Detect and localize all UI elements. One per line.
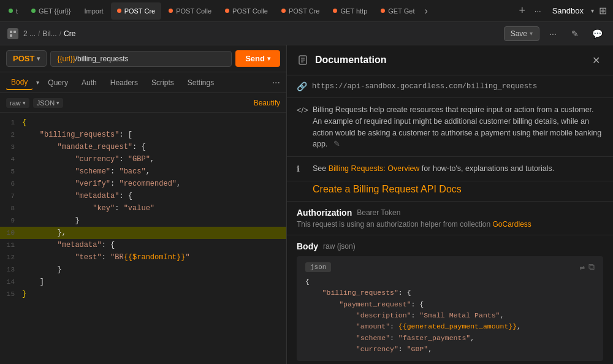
- doc-auth-desc: This request is using an authorization h…: [297, 220, 603, 229]
- tab-label: POST Colle: [176, 7, 211, 15]
- code-line-8: 8 "key": "value": [0, 202, 286, 214]
- tab-body[interactable]: Body: [6, 75, 32, 90]
- doc-content: 🔗 https://api-sandbox.gocardless.com/bil…: [287, 75, 613, 364]
- doc-see-section: ℹ See Billing Requests: Overview for how…: [287, 157, 613, 181]
- breadcrumb-bar: 2 ... / Bil... / Cre Save ▾ ··· ✎ 💬: [0, 22, 613, 45]
- tab-dot: [169, 9, 173, 13]
- breadcrumb-workspace[interactable]: 2 ...: [23, 29, 36, 38]
- tab-dot: [225, 9, 229, 13]
- tab-post-colle-2[interactable]: POST Colle: [219, 2, 274, 20]
- right-panel: Documentation ✕ 🔗 https://api-sandbox.go…: [287, 45, 613, 364]
- send-button[interactable]: Send ▾: [235, 50, 280, 67]
- svg-rect-1: [13, 31, 16, 33]
- wrap-icon[interactable]: ⇌: [580, 262, 585, 273]
- doc-icon: [297, 54, 309, 66]
- tab-bar: t GET {{url}} Import POST Cre POST Colle…: [0, 0, 613, 22]
- edit-icon[interactable]: ✎: [566, 25, 584, 42]
- code-line-2: 2 "billing_requests": [: [0, 129, 286, 141]
- doc-see-body: See Billing Requests: Overview for how-t…: [313, 163, 554, 175]
- svg-rect-0: [10, 31, 12, 33]
- body-more-button[interactable]: ···: [272, 77, 280, 88]
- breadcrumb-current: Cre: [64, 29, 75, 38]
- svg-rect-3: [13, 34, 16, 37]
- tab-t[interactable]: t: [2, 2, 24, 20]
- tab-label: POST Cre: [124, 7, 156, 15]
- code-line-14: 14 ]: [0, 276, 286, 288]
- doc-description: </> Billing Requests help create resourc…: [287, 98, 613, 157]
- code-line-13: 13 }: [0, 264, 286, 276]
- beautify-button[interactable]: Beautify: [254, 99, 280, 107]
- tab-label: Import: [84, 7, 103, 15]
- tab-label: POST Colle: [232, 7, 268, 15]
- save-label: Save: [511, 29, 527, 38]
- method-select[interactable]: POST ▾: [6, 50, 47, 67]
- method-label: POST: [13, 54, 34, 63]
- tab-label: POST Cre: [289, 7, 320, 15]
- code-line-6: 6 "verify": "recommended",: [0, 178, 286, 190]
- doc-description-body: Billing Requests help create resources t…: [313, 104, 603, 150]
- link-icon: 🔗: [297, 82, 307, 91]
- url-var-part: {{url}}: [57, 55, 75, 63]
- save-button[interactable]: Save ▾: [504, 26, 539, 41]
- tab-dot: [9, 9, 13, 13]
- tab-get-get[interactable]: GET Get: [375, 2, 421, 20]
- tab-label: t: [16, 7, 18, 15]
- tab-import[interactable]: Import: [78, 2, 109, 20]
- more-options-button[interactable]: ···: [544, 25, 562, 42]
- json-line-4: "description": "Small Metal Pants",: [305, 310, 595, 321]
- tab-overflow-icon[interactable]: ›: [422, 6, 430, 17]
- close-button[interactable]: ✕: [588, 53, 603, 67]
- tab-settings[interactable]: Settings: [183, 76, 219, 89]
- body-type-label: raw (json): [323, 242, 356, 251]
- raw-dropdown-icon: ▾: [23, 100, 26, 106]
- tab-headers[interactable]: Headers: [105, 76, 143, 89]
- doc-url-bar: 🔗 https://api-sandbox.gocardless.com/bil…: [287, 75, 613, 98]
- workspace-icon: [7, 28, 18, 39]
- tab-more-button[interactable]: ···: [531, 6, 545, 15]
- doc-auth-section: Authorization Bearer Token This request …: [287, 202, 613, 235]
- api-docs-link[interactable]: Create a Billing Request API Docs: [313, 184, 462, 194]
- json-preview-header: json ⇌ ⧉: [305, 262, 595, 273]
- tab-scripts[interactable]: Scripts: [147, 76, 179, 89]
- gocardless-collection-link[interactable]: GoCardless: [493, 220, 531, 229]
- code-icon: </>: [297, 105, 306, 115]
- body-dropdown-icon[interactable]: ▾: [36, 79, 39, 86]
- tab-query[interactable]: Query: [43, 76, 73, 89]
- json-preview-actions: ⇌ ⧉: [580, 262, 595, 273]
- json-select[interactable]: JSON ▾: [33, 98, 63, 108]
- raw-select[interactable]: raw ▾: [6, 98, 29, 108]
- code-line-4: 4 "currency": "GBP",: [0, 153, 286, 165]
- svg-rect-2: [10, 34, 12, 37]
- tab-get-url[interactable]: GET {{url}}: [25, 2, 77, 20]
- billing-requests-overview-link[interactable]: Billing Requests: Overview: [329, 164, 420, 173]
- edit-description-icon[interactable]: ✎: [333, 140, 340, 148]
- tab-post-cre-2[interactable]: POST Cre: [275, 2, 326, 20]
- sandbox-dropdown-icon[interactable]: ▾: [591, 7, 594, 14]
- code-line-11: 11 "metadata": {: [0, 239, 286, 251]
- format-bar: raw ▾ JSON ▾ Beautify: [0, 93, 286, 113]
- comment-icon[interactable]: 💬: [588, 25, 606, 42]
- tab-post-cre-1[interactable]: POST Cre: [111, 2, 162, 20]
- code-line-10: 10 },: [0, 227, 286, 239]
- tab-auth[interactable]: Auth: [77, 76, 102, 89]
- tab-get-http[interactable]: GET http: [327, 2, 373, 20]
- tab-add-button[interactable]: +: [515, 4, 530, 18]
- json-line-6: "scheme": "faster_payments",: [305, 333, 595, 344]
- save-dropdown-icon[interactable]: ▾: [530, 30, 533, 37]
- tab-post-colle-1[interactable]: POST Colle: [162, 2, 218, 20]
- body-tab-bar: Body ▾ Query Auth Headers Scripts Settin…: [0, 72, 286, 93]
- url-input[interactable]: {{url}} /billing_requests: [50, 51, 232, 67]
- sandbox-label: Sandbox: [546, 6, 590, 15]
- copy-icon[interactable]: ⧉: [588, 262, 595, 273]
- method-dropdown-icon: ▾: [37, 55, 40, 62]
- raw-label: raw: [10, 99, 21, 107]
- code-line-12: 12 "test": "BR{{$randomInt}}": [0, 251, 286, 264]
- json-preview: json ⇌ ⧉ { "billing_requests": { "paymen…: [297, 256, 603, 362]
- grid-icon[interactable]: ⊞: [595, 5, 611, 17]
- breadcrumb-collection[interactable]: Bil...: [42, 29, 56, 38]
- code-editor[interactable]: 1 { 2 "billing_requests": [ 3 "mandate_r…: [0, 113, 286, 364]
- breadcrumb-actions: Save ▾ ··· ✎ 💬: [504, 25, 606, 42]
- tab-dot: [31, 9, 36, 13]
- tab-label: GET {{url}}: [39, 7, 70, 15]
- tab-dot: [333, 9, 337, 13]
